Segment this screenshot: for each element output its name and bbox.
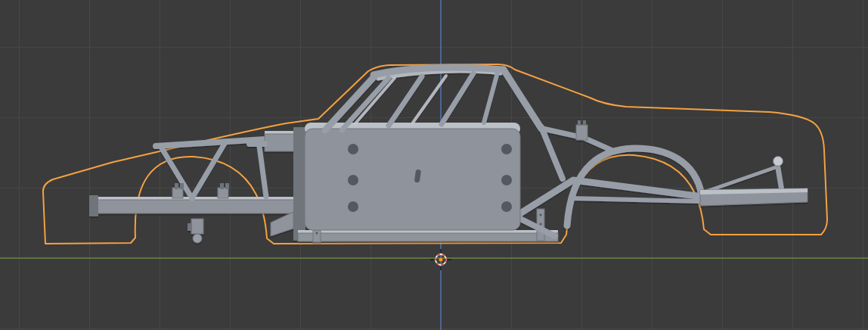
panel-hole-4 (501, 144, 512, 154)
panel-hole-6 (501, 201, 512, 212)
front-bracket-1-pin-2 (180, 183, 184, 189)
farside-pillar-tube-1 (355, 78, 395, 123)
front-bracket-2 (218, 188, 228, 198)
rear-post-ball (773, 157, 783, 167)
rocker-rail (298, 233, 558, 241)
front-rail (97, 200, 302, 213)
front-bracket-2-pin-2 (225, 183, 229, 189)
rear-clip[interactable] (520, 120, 808, 226)
panel-hole-2 (348, 175, 358, 185)
front-rail-endcap (89, 195, 98, 216)
rear-bracket-pin-2 (583, 120, 586, 126)
panel-hole-3 (348, 201, 358, 212)
front-bracket-1-pin (175, 183, 178, 189)
viewport-3d[interactable] (0, 0, 868, 330)
front-lower-mount-cylinder (193, 234, 202, 243)
rear-bracket (576, 125, 587, 140)
lower-angle-plate (271, 212, 293, 236)
front-lower-mount-tab (188, 223, 192, 231)
rocker-tab-2-bolt-1 (539, 213, 541, 216)
chassis-model[interactable] (89, 67, 808, 243)
cage-diagonal-3 (484, 73, 498, 123)
panel-hole-1 (348, 144, 358, 154)
panel-box (305, 129, 520, 230)
roll-cage[interactable] (325, 67, 541, 130)
panel-hole-5 (501, 175, 512, 185)
object-origin-dot (439, 257, 443, 262)
rear-kickup-rail-tube (520, 180, 703, 213)
front-bracket-2-pin (220, 183, 224, 189)
rear-pillar-tube (504, 70, 541, 129)
rear-lower-rail-tube (572, 198, 700, 201)
front-bracket-1 (172, 188, 183, 198)
rear-bracket-pin-1 (578, 120, 581, 126)
cage-diagonal-2 (442, 73, 473, 124)
main-cage-panel[interactable] (305, 123, 520, 230)
rear-diagonal-tube (706, 167, 776, 191)
rocker-tab-1-bolt-2 (315, 232, 318, 234)
front-lower-mount (191, 219, 203, 234)
firewall-plate (293, 127, 305, 241)
rear-post-tube (777, 163, 782, 191)
rocker-tab-2-bolt-2 (539, 223, 541, 225)
scene-canvas[interactable] (0, 0, 868, 330)
